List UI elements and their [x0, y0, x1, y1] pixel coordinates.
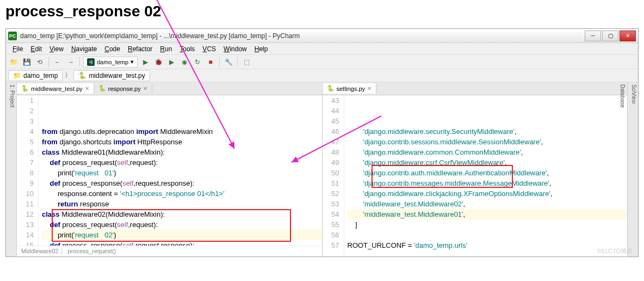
code-line[interactable]: ] — [348, 219, 628, 230]
tool-sciview[interactable]: SciView — [631, 84, 637, 254]
app-icon: PC — [8, 32, 17, 40]
debug-icon[interactable]: 🐞 — [153, 57, 164, 68]
line-number: 54 — [323, 209, 339, 219]
breadcrumb[interactable]: Middleware02 〉 process_request() — [17, 246, 322, 256]
minimize-button[interactable]: ─ — [585, 30, 601, 41]
left-gutter: 123456789101112131415 — [17, 95, 39, 246]
back-icon[interactable]: ← — [52, 57, 63, 68]
structure-icon[interactable]: ⬚ — [241, 57, 252, 68]
right-editor-tabs: 🐍settings.py✕ — [323, 82, 628, 95]
python-file-icon: 🐍 — [78, 72, 86, 80]
code-line[interactable]: 'django.contrib.auth.middleware.Authenti… — [348, 168, 628, 178]
code-line[interactable]: class Middleware02(MiddlewareMixin): — [42, 209, 322, 219]
code-line[interactable]: class Middleware01(MiddlewareMixin): — [42, 147, 322, 157]
run-config-selector[interactable]: dj damo_temp ▾ — [83, 57, 138, 68]
line-number: 15 — [17, 240, 34, 246]
save-icon[interactable]: 💾 — [21, 57, 32, 68]
line-number: 53 — [323, 199, 339, 209]
code-line[interactable]: 'django.middleware.security.SecurityMidd… — [348, 126, 628, 137]
left-code-lines[interactable]: from django.utils.deprecation import Mid… — [39, 95, 322, 246]
window-title: damo_temp [E:\python_work\temp\damo_temp… — [20, 32, 585, 40]
right-code-lines[interactable]: 'django.middleware.security.SecurityMidd… — [344, 95, 628, 256]
line-number: 13 — [17, 219, 34, 230]
menu-vcs[interactable]: VCS — [199, 44, 219, 54]
right-tool-stripe[interactable]: SciView Database — [627, 82, 638, 256]
titlebar[interactable]: PC damo_temp [E:\python_work\temp\damo_t… — [6, 29, 638, 43]
code-line[interactable]: print('request 01') — [42, 168, 322, 178]
line-number: 6 — [17, 147, 34, 157]
close-icon[interactable]: ✕ — [367, 85, 371, 91]
line-number: 55 — [323, 219, 339, 230]
profile-icon[interactable]: ◉ — [179, 57, 190, 68]
code-line[interactable]: ROOT_URLCONF = 'damo_temp.urls' — [348, 240, 628, 251]
close-icon[interactable]: ✕ — [85, 85, 89, 91]
line-number: 3 — [17, 116, 34, 126]
tab-label: response.py — [108, 85, 141, 92]
forward-icon[interactable]: → — [65, 57, 76, 68]
line-number: 45 — [323, 116, 339, 126]
menu-help[interactable]: Help — [251, 44, 271, 54]
navigation-bar: 📁damo_temp 〉 🐍middleware_test.py — [6, 69, 638, 82]
line-number: 9 — [17, 178, 34, 188]
code-line[interactable]: return response — [42, 199, 322, 209]
code-line[interactable]: 'middleware_test.Middleware02', — [348, 199, 628, 209]
code-line[interactable] — [348, 251, 628, 256]
maximize-button[interactable]: ▢ — [602, 30, 618, 41]
menu-code[interactable]: Code — [101, 44, 123, 54]
editor-tab[interactable]: 🐍response.py✕ — [94, 83, 152, 94]
line-number: 1 — [17, 95, 34, 106]
code-line[interactable]: from django.shortcuts import HttpRespons… — [42, 137, 322, 147]
line-number: 49 — [323, 157, 339, 168]
tab-label: settings.py — [337, 85, 366, 92]
code-line[interactable]: 'django.middleware.csrf.CsrfViewMiddlewa… — [348, 157, 628, 168]
code-line[interactable]: def process_request(self,request): — [42, 157, 322, 168]
watermark: ©51CTO博客 — [597, 247, 633, 255]
menu-refactor[interactable]: Refactor — [125, 44, 156, 54]
run-icon[interactable]: ▶ — [140, 57, 151, 68]
editor-tab[interactable]: 🐍middleware_test.py✕ — [17, 83, 94, 94]
menu-window[interactable]: Window — [220, 44, 250, 54]
coverage-icon[interactable]: ▶ — [166, 57, 177, 68]
line-number: 47 — [323, 137, 339, 147]
menu-edit[interactable]: Edit — [27, 44, 45, 54]
line-number: 57 — [323, 240, 339, 251]
line-number: 5 — [17, 137, 34, 147]
left-code-editor[interactable]: 123456789101112131415 from django.utils.… — [17, 95, 322, 246]
line-number: 50 — [323, 168, 339, 178]
code-line[interactable]: def process_request(self,request): — [42, 219, 322, 230]
sync-icon[interactable]: ⟲ — [34, 57, 45, 68]
menu-tools[interactable]: Tools — [176, 44, 198, 54]
line-number: 48 — [323, 147, 339, 157]
code-line[interactable]: 'django.middleware.common.CommonMiddlewa… — [348, 147, 628, 157]
code-line[interactable] — [348, 230, 628, 240]
code-line[interactable]: response.content = '<h1>process_response… — [42, 188, 322, 199]
menu-view[interactable]: View — [46, 44, 67, 54]
code-line[interactable]: print('request 02') — [42, 230, 322, 240]
menu-file[interactable]: File — [9, 44, 26, 54]
django-icon: dj — [87, 58, 95, 66]
code-line[interactable]: 'django.middleware.clickjacking.XFrameOp… — [348, 188, 628, 199]
code-line[interactable]: 'django.contrib.messages.middleware.Mess… — [348, 178, 628, 188]
code-line[interactable]: 'middleware_test.Middleware01', — [348, 209, 628, 219]
python-file-icon: 🐍 — [21, 85, 29, 92]
tool-project[interactable]: 1: Project — [9, 84, 15, 254]
settings-icon[interactable]: 🔧 — [223, 57, 234, 68]
line-number: 56 — [323, 230, 339, 240]
right-code-editor[interactable]: 434445464748495051525354555657 'django.m… — [323, 95, 628, 256]
code-line[interactable]: def process_response(self,request,respon… — [42, 178, 322, 188]
nav-project[interactable]: 📁damo_temp — [8, 70, 63, 81]
code-line[interactable]: def process_response(self,request,respon… — [42, 240, 322, 246]
close-icon[interactable]: ✕ — [143, 85, 147, 91]
menu-run[interactable]: Run — [157, 44, 175, 54]
rerun-icon[interactable]: ↻ — [192, 57, 203, 68]
line-number: 12 — [17, 209, 34, 219]
close-button[interactable]: ✕ — [620, 30, 636, 41]
menu-navigate[interactable]: Navigate — [68, 44, 100, 54]
code-line[interactable]: 'django.contrib.sessions.middleware.Sess… — [348, 137, 628, 147]
left-tool-stripe[interactable]: 1: Project 7: Structure — [6, 82, 17, 256]
stop-icon[interactable]: ■ — [205, 57, 216, 68]
code-line[interactable]: from django.utils.deprecation import Mid… — [42, 126, 322, 137]
editor-tab[interactable]: 🐍settings.py✕ — [323, 83, 377, 94]
open-icon[interactable]: 📁 — [8, 57, 19, 68]
nav-file[interactable]: 🐍middleware_test.py — [73, 70, 150, 81]
